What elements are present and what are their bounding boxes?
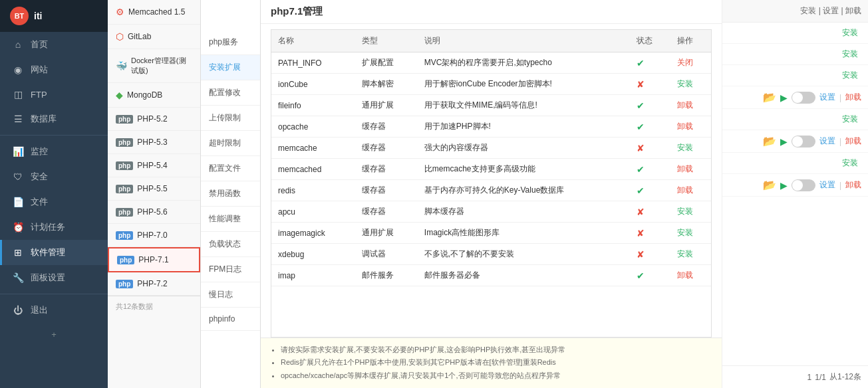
php-menu-config-mod[interactable]: 配置修改: [201, 80, 260, 106]
sidebar-item-files[interactable]: 📄 文件: [0, 189, 108, 215]
folder-icon-8[interactable]: 📂: [763, 179, 776, 191]
sidebar-item-logout[interactable]: ⏻ 退出: [0, 298, 108, 323]
install-btn-2[interactable]: 安装: [842, 48, 858, 60]
play-icon-4[interactable]: ▶: [780, 92, 788, 103]
sidebar-item-ftp[interactable]: ◫ FTP: [0, 82, 108, 106]
sidebar-item-security[interactable]: 🛡 安全: [0, 164, 108, 189]
memcached-icon: ⚙: [116, 7, 124, 17]
sidebar-nav: ⌂ 首页 ◉ 网站 ◫ FTP ☰ 数据库 📊 监控 🛡 安全 📄 文件 ⏰: [0, 32, 108, 388]
software-item-memcached[interactable]: ⚙ Memcached 1.5: [108, 0, 200, 25]
software-item-php72[interactable]: php PHP-7.2: [108, 272, 200, 296]
sidebar-item-cron[interactable]: ⏰ 计划任务: [0, 215, 108, 240]
php-menu-timeout-limit[interactable]: 超时限制: [201, 131, 260, 156]
action-install[interactable]: 安装: [677, 207, 693, 216]
gitlab-icon: ⬡: [116, 31, 124, 42]
action-install[interactable]: 安装: [677, 249, 693, 258]
software-item-mongodb[interactable]: ◆ MongoDB: [108, 83, 200, 108]
action-install[interactable]: 安装: [677, 143, 693, 152]
php-menu-load-status[interactable]: 负载状态: [201, 232, 260, 257]
sidebar-add-button[interactable]: +: [0, 323, 108, 346]
sidebar-item-home[interactable]: ⌂ 首页: [0, 32, 108, 57]
sidebar-item-software[interactable]: ⊞ 软件管理: [0, 240, 108, 265]
install-btn-7[interactable]: 安装: [842, 157, 858, 169]
software-item-php54[interactable]: php PHP-5.4: [108, 154, 200, 177]
software-item-php70[interactable]: php PHP-7.0: [108, 224, 200, 247]
play-icon-8[interactable]: ▶: [780, 180, 788, 191]
files-icon: 📄: [12, 197, 24, 207]
sidebar-item-database[interactable]: ☰ 数据库: [0, 106, 108, 132]
toggle-6[interactable]: [792, 136, 815, 147]
status-check-icon: ✔: [637, 100, 645, 111]
cell-desc: 用于解密ionCube Encoder加密脚本!: [418, 74, 630, 95]
php-menu-service[interactable]: php服务: [201, 30, 260, 55]
cell-action[interactable]: 关闭: [670, 52, 711, 74]
action-unload[interactable]: 卸载: [677, 185, 693, 195]
sidebar-item-monitor[interactable]: 📊 监控: [0, 139, 108, 164]
php-menu-disabled-funcs[interactable]: 禁用函数: [201, 181, 260, 207]
action-unload[interactable]: 卸载: [677, 164, 693, 173]
sidebar-item-panel-label: 面板设置: [31, 272, 65, 284]
php-menu-slow-log[interactable]: 慢日志: [201, 282, 260, 308]
php-menu-fpm-log[interactable]: FPM日志: [201, 257, 260, 282]
software-item-gitlab[interactable]: ⬡ GitLab: [108, 25, 200, 49]
unload-link-4[interactable]: 卸载: [845, 92, 861, 103]
settings-link-8[interactable]: 设置: [819, 179, 835, 191]
play-icon-6[interactable]: ▶: [780, 136, 788, 147]
settings-link-4[interactable]: 设置: [819, 92, 835, 103]
php70-badge: php: [116, 231, 133, 240]
sidebar-item-website[interactable]: ◉ 网站: [0, 57, 108, 82]
cell-type: 调试器: [355, 244, 418, 265]
install-btn-5[interactable]: 安装: [842, 114, 858, 125]
cell-action[interactable]: 卸载: [670, 159, 711, 180]
cell-action[interactable]: 安装: [670, 244, 711, 265]
status-check-icon: ✔: [637, 185, 645, 196]
status-cross-icon: ✘: [637, 143, 645, 153]
folder-icon-6[interactable]: 📂: [763, 135, 776, 147]
php-menu-upload-limit[interactable]: 上传限制: [201, 106, 260, 131]
action-unload[interactable]: 卸载: [677, 100, 693, 110]
cell-type: 脚本解密: [355, 74, 418, 95]
cell-action[interactable]: 卸载: [670, 265, 711, 286]
software-item-php56[interactable]: php PHP-5.6: [108, 201, 200, 224]
software-item-docker[interactable]: 🐳 Docker管理器(测试版): [108, 49, 200, 83]
sidebar-item-monitor-label: 监控: [31, 146, 48, 157]
install-btn-3[interactable]: 安装: [842, 70, 858, 81]
php-menu-perf-tune[interactable]: 性能调整: [201, 207, 260, 232]
php-menu-phpinfo[interactable]: phpinfo: [201, 308, 260, 331]
action-close[interactable]: 关闭: [677, 58, 693, 67]
toggle-8[interactable]: [792, 179, 815, 191]
unload-link-6[interactable]: 卸载: [845, 136, 861, 147]
action-install[interactable]: 安装: [677, 228, 693, 237]
cell-action[interactable]: 卸载: [670, 116, 711, 138]
unload-link-8[interactable]: 卸载: [845, 179, 861, 191]
software-item-gitlab-label: GitLab: [128, 32, 151, 41]
toggle-4[interactable]: [792, 92, 815, 104]
php-menu-install-ext[interactable]: 安装扩展: [201, 55, 260, 80]
extensions-table-wrapper: 名称 类型 说明 状态 操作 PATH_INFO 扩展配置 MVC架构的程序需要…: [271, 29, 712, 338]
sidebar-item-panel[interactable]: 🔧 面板设置: [0, 265, 108, 290]
action-install[interactable]: 安装: [677, 79, 693, 88]
cell-action[interactable]: 卸载: [670, 180, 711, 201]
folder-icon-4[interactable]: 📂: [763, 91, 776, 104]
software-item-php71[interactable]: php PHP-7.1: [108, 247, 200, 272]
cell-status: ✔: [630, 159, 670, 180]
php-menu-config-file[interactable]: 配置文件: [201, 156, 260, 181]
action-unload[interactable]: 卸载: [677, 122, 693, 131]
cell-action[interactable]: 安装: [670, 138, 711, 159]
database-icon: ☰: [12, 114, 24, 124]
software-item-php55[interactable]: php PHP-5.5: [108, 177, 200, 201]
cell-type: 缓存器: [355, 180, 418, 201]
php-menu: php服务 安装扩展 配置修改 上传限制 超时限制 配置文件 禁用函数 性能调整…: [201, 0, 261, 388]
php52-badge: php: [116, 115, 133, 124]
software-item-php53[interactable]: php PHP-5.3: [108, 131, 200, 154]
cell-action[interactable]: 安装: [670, 74, 711, 95]
cell-action[interactable]: 安装: [670, 201, 711, 223]
main-content: php7.1管理 名称 类型 说明 状态 操作 PATH_INFO 扩展配置 M…: [261, 0, 722, 388]
sidebar-logo: BT iti: [0, 0, 108, 32]
cell-action[interactable]: 安装: [670, 223, 711, 244]
settings-link-6[interactable]: 设置: [819, 136, 835, 147]
install-btn-1[interactable]: 安装: [842, 27, 858, 39]
action-unload[interactable]: 卸载: [677, 270, 693, 280]
software-item-php52[interactable]: php PHP-5.2: [108, 108, 200, 131]
cell-action[interactable]: 卸载: [670, 95, 711, 116]
